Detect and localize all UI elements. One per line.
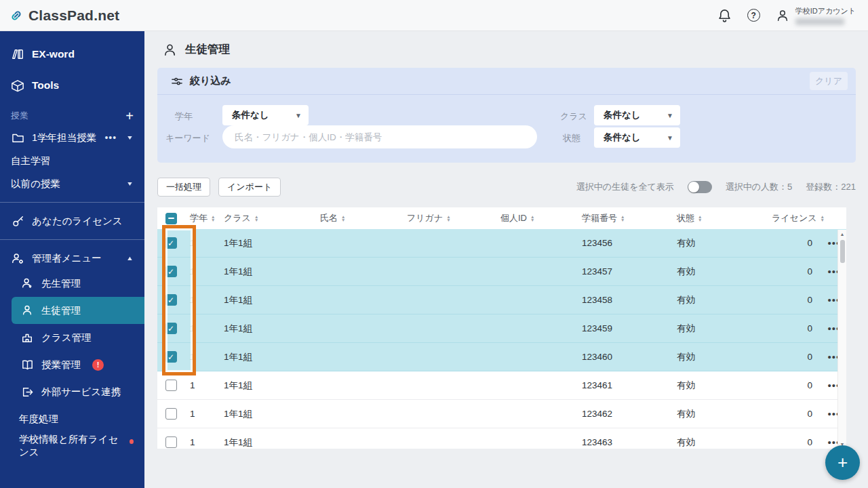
chevron-down-icon[interactable]: ▼ — [126, 180, 134, 187]
cell-student-no: 123461 — [576, 380, 671, 390]
sidebar-item-admin-menu[interactable]: 管理者メニュー ▲ — [0, 247, 144, 270]
cell-class: 1年1組 — [218, 436, 315, 449]
sidebar-item-tools[interactable]: Tools — [0, 72, 144, 99]
import-button[interactable]: インポート — [218, 178, 281, 197]
cell-license: 0 — [772, 295, 822, 305]
sidebar-label-class-mgmt: クラス管理 — [41, 331, 92, 344]
column-header-name[interactable]: 氏名▲▼ — [320, 212, 401, 224]
sidebar-item-school-info[interactable]: 学校情報と所有ライセンス — [0, 432, 144, 460]
alert-badge: ! — [92, 359, 104, 371]
sort-icon: ▲▼ — [254, 215, 258, 222]
add-lesson-button[interactable]: + — [125, 109, 134, 123]
class-filter-dropdown[interactable]: 条件なし ▼ — [594, 105, 680, 125]
add-student-fab[interactable]: + — [825, 445, 860, 480]
row-checkbox[interactable] — [165, 408, 177, 420]
show-selected-toggle[interactable] — [688, 181, 712, 193]
column-header-grade[interactable]: 学年▲▼ — [190, 212, 218, 224]
notification-bell-icon[interactable] — [717, 8, 732, 23]
caret-down-icon: ▼ — [667, 112, 673, 119]
student-icon — [163, 43, 177, 57]
row-checkbox[interactable] — [165, 380, 177, 391]
table-row: 1 1年1組 123457 有効 0 ••• — [157, 258, 846, 286]
column-header-student-no[interactable]: 学籍番号▲▼ — [582, 212, 671, 224]
column-header-status[interactable]: 状態▲▼ — [677, 212, 772, 224]
sidebar-label-your-license: あなたのライセンス — [32, 215, 123, 228]
sidebar-item-previous-lessons[interactable]: 以前の授業 ▼ — [0, 172, 144, 195]
account-menu[interactable]: 学校IDアカウント — [775, 6, 856, 25]
grade-filter-value: 条件なし — [232, 109, 269, 121]
sort-icon: ▲▼ — [446, 215, 450, 222]
chevron-up-icon[interactable]: ▲ — [126, 255, 134, 262]
topbar: ClassPad.net ? 学校IDアカウント — [0, 0, 868, 31]
row-checkbox[interactable] — [165, 351, 177, 363]
account-name-redacted — [795, 18, 844, 25]
cell-grade: 1 — [184, 380, 218, 390]
class-filter-value: 条件なし — [604, 109, 641, 121]
sidebar-label-external-service: 外部サービス連携 — [41, 386, 121, 399]
sidebar: EX-word Tools 授業 + 1学年担当授業 ••• ▼ 自主学習 以前… — [0, 31, 144, 488]
table-row: 1 1年1組 123463 有効 0 ••• — [157, 428, 846, 449]
select-all-checkbox[interactable] — [165, 213, 177, 224]
sidebar-item-class-mgmt[interactable]: クラス管理 — [0, 324, 144, 351]
folder-icon — [11, 131, 24, 144]
sidebar-label-school-info: 学校情報と所有ライセンス — [19, 433, 121, 459]
clear-filter-button[interactable]: クリア — [810, 72, 848, 90]
sidebar-item-year-process[interactable]: 年度処理 — [0, 405, 144, 432]
column-header-personal-id[interactable]: 個人ID▲▼ — [500, 212, 576, 224]
class-filter-label: クラス — [560, 110, 587, 123]
cell-student-no: 123457 — [576, 266, 671, 277]
sidebar-item-teacher-mgmt[interactable]: 先生管理 — [0, 270, 144, 297]
cell-student-no: 123458 — [576, 295, 671, 305]
keyword-search-input[interactable] — [222, 125, 537, 148]
sidebar-item-grade1-lessons[interactable]: 1学年担当授業 ••• ▼ — [0, 126, 144, 149]
more-options-icon[interactable]: ••• — [104, 132, 117, 143]
row-checkbox[interactable] — [165, 294, 177, 306]
sidebar-item-external-service[interactable]: 外部サービス連携 — [0, 378, 144, 405]
chevron-down-icon[interactable]: ▼ — [126, 134, 134, 141]
student-table: 学年▲▼ クラス▲▼ 氏名▲▼ フリガナ▲▼ 個人ID▲▼ 学籍番号▲▼ 状態▲… — [157, 207, 846, 449]
row-checkbox[interactable] — [165, 323, 177, 334]
grade-filter-dropdown[interactable]: 条件なし ▼ — [222, 105, 309, 125]
table-body: 1 1年1組 123456 有効 0 ••• 1 1年1組 123457 有効 … — [157, 229, 846, 449]
sidebar-label-tools: Tools — [32, 79, 59, 92]
sidebar-item-ex-word[interactable]: EX-word — [0, 41, 144, 68]
show-selected-label: 選択中の生徒を全て表示 — [576, 181, 674, 193]
sidebar-item-self-study[interactable]: 自主学習 — [0, 149, 144, 172]
cell-license: 0 — [772, 323, 822, 333]
cell-student-no: 123460 — [576, 352, 671, 362]
logo-text: ClassPad.net — [28, 7, 119, 24]
cell-student-no: 123463 — [576, 437, 671, 447]
sidebar-item-lesson-mgmt[interactable]: 授業管理 ! — [0, 351, 144, 378]
building-icon — [20, 331, 34, 344]
sidebar-label-teacher-mgmt: 先生管理 — [41, 277, 81, 290]
classpad-logo[interactable]: ClassPad.net — [9, 7, 119, 24]
cell-class: 1年1組 — [218, 408, 315, 420]
selected-count: 選択中の人数：5 — [726, 181, 793, 193]
lessons-section-label: 授業 — [11, 110, 28, 122]
cell-grade: 1 — [184, 266, 218, 277]
caret-down-icon: ▼ — [295, 112, 302, 119]
table-row: 1 1年1組 123459 有効 0 ••• — [157, 314, 846, 343]
bulk-action-button[interactable]: 一括処理 — [157, 178, 210, 197]
help-icon[interactable]: ? — [747, 9, 760, 22]
sort-icon: ▲▼ — [341, 215, 345, 222]
admin-user-gear-icon — [11, 251, 24, 265]
status-filter-dropdown[interactable]: 条件なし ▼ — [594, 127, 680, 148]
sort-icon: ▲▼ — [620, 215, 625, 222]
row-checkbox[interactable] — [165, 237, 177, 249]
dictionary-icon — [11, 47, 24, 61]
column-header-furigana[interactable]: フリガナ▲▼ — [407, 212, 495, 224]
sidebar-item-student-mgmt[interactable]: 生徒管理 — [12, 297, 144, 324]
row-checkbox[interactable] — [165, 266, 177, 277]
cell-status: 有効 — [671, 237, 772, 249]
sidebar-divider — [0, 239, 144, 240]
column-header-class[interactable]: クラス▲▼ — [224, 212, 315, 224]
row-checkbox[interactable] — [165, 436, 177, 448]
sidebar-label-grade1-lessons: 1学年担当授業 — [32, 131, 96, 144]
sidebar-item-your-license[interactable]: あなたのライセンス — [0, 209, 144, 232]
scrollbar-thumb[interactable] — [840, 240, 845, 263]
scroll-up-arrow-icon[interactable]: ▲ — [838, 230, 846, 239]
table-row: 1 1年1組 123461 有効 0 ••• — [157, 371, 846, 400]
table-scrollbar[interactable]: ▲ ▼ — [837, 230, 846, 449]
column-header-license[interactable]: ライセンス▲▼ — [772, 212, 822, 224]
